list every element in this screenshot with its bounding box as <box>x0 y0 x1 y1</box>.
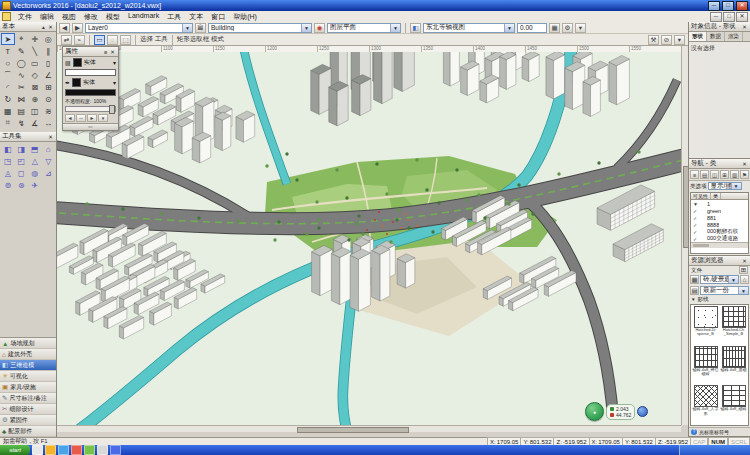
project-tool[interactable]: ✈ <box>28 179 42 191</box>
resource-browser-header[interactable]: 资源浏览器 ✕ <box>689 256 750 266</box>
no-fill-icon[interactable]: ⊘ <box>661 35 672 45</box>
toolset-furniture[interactable]: ▣ 家具/设施 <box>0 382 56 393</box>
round-wall-tool[interactable]: ◨ <box>15 143 29 155</box>
minimize-button[interactable]: ─ <box>708 1 720 11</box>
menu-item[interactable]: 帮助(H) <box>229 12 261 22</box>
toolset-palette-header[interactable]: 工具集 ✕ <box>0 132 56 142</box>
angle-tool[interactable]: ∡ <box>28 117 42 129</box>
tile-tool[interactable]: ⌗ <box>1 117 15 129</box>
circle-tool[interactable]: ○ <box>1 57 15 69</box>
snap-cursor-tool[interactable]: ⌖ <box>15 33 29 45</box>
menu-item[interactable]: 编辑 <box>36 12 58 22</box>
basic-palette-header[interactable]: 基本 ▴ ✕ <box>0 22 56 32</box>
interactive-scale-icon[interactable]: ⇄ <box>61 35 72 45</box>
visibility-mark[interactable]: ✓ <box>691 215 707 221</box>
hatch-item[interactable]: Hatched-Di sperse_B <box>692 306 719 345</box>
hatch-item[interactable]: Hatched-Ch _Simple_B <box>720 306 747 345</box>
toolset-3d-modeling[interactable]: ◧ 三维造模 <box>0 360 56 371</box>
visibility-mark[interactable]: ✓ <box>691 229 707 235</box>
nurbs-tool[interactable]: ◻ <box>15 167 29 179</box>
fill-color-chip[interactable] <box>73 58 82 67</box>
hatch-tool[interactable]: ▦ <box>1 105 15 117</box>
lasso-mode-icon[interactable]: ◌ <box>107 35 118 45</box>
chevron-down-icon[interactable]: ▼ <box>301 24 311 32</box>
attributes-palette-header[interactable]: 属性 ≡ ✕ <box>63 47 118 57</box>
toolset-entourage[interactable]: ♣ 配景部件 <box>0 426 56 437</box>
line-end-marker-button[interactable]: ► <box>87 114 97 122</box>
loft-tool[interactable]: △ <box>28 155 42 167</box>
object-info-header[interactable]: 对象信息 - 形状 ✕ <box>689 22 750 32</box>
grid-tool[interactable]: ⊞ <box>42 81 56 93</box>
shell-tool[interactable]: ▽ <box>42 155 56 167</box>
chevron-down-icon[interactable]: ▼ <box>504 24 514 32</box>
column-tool[interactable]: ◫ <box>28 105 42 117</box>
slider-knob[interactable] <box>109 105 115 114</box>
pan-tool[interactable]: ✛ <box>28 33 42 45</box>
opacity-slider[interactable] <box>65 106 116 112</box>
doc-restore-button[interactable]: □ <box>723 12 735 22</box>
line-start-marker-button[interactable]: ◄ <box>65 114 75 122</box>
back-arrow-icon[interactable]: ◀ <box>59 23 70 33</box>
view-plane-combo[interactable]: 图层平面▼ <box>327 23 401 33</box>
slab-tool[interactable]: ⬒ <box>28 143 42 155</box>
pen-style-value[interactable]: 实体 <box>83 78 95 87</box>
class-combo[interactable]: Building▼ <box>208 23 312 33</box>
menu-item[interactable]: Landmark <box>124 12 163 22</box>
pen-color-bar[interactable] <box>65 89 116 96</box>
sheets-icon[interactable]: ◫ <box>710 170 719 179</box>
close-icon[interactable]: ✕ <box>47 134 54 140</box>
menu-item[interactable]: 文本 <box>185 12 207 22</box>
rounded-rectangle-tool[interactable]: ▯ <box>42 57 56 69</box>
vertical-scrollbar[interactable] <box>681 46 688 425</box>
object-info-tab[interactable]: 渲染 <box>725 32 743 41</box>
fill-color-bar[interactable] <box>65 69 116 76</box>
doc-close-button[interactable]: ✕ <box>736 12 748 22</box>
chevron-down-icon[interactable]: ▼ <box>390 24 400 32</box>
hatch-swatch[interactable] <box>722 385 746 407</box>
classes-icon[interactable]: ▤ <box>700 170 709 179</box>
wave-tool[interactable]: ≋ <box>42 105 56 117</box>
menu-item[interactable]: 视图 <box>58 12 80 22</box>
class-column-header[interactable]: 类 <box>711 193 721 199</box>
browse-icon[interactable]: ⊞ <box>739 266 748 274</box>
chevron-down-icon[interactable]: ▾ <box>113 79 116 86</box>
close-icon[interactable]: ✕ <box>741 161 748 167</box>
resource-file-combo[interactable]: 砖,硬景观道路纹饰▼ <box>700 275 739 284</box>
rectangle-tool[interactable]: ▭ <box>28 57 42 69</box>
toolset-detailing[interactable]: ✂ 细部设计 <box>0 404 56 415</box>
wrench-icon[interactable]: ⚒ <box>648 35 659 45</box>
menu-item[interactable]: 文件 <box>14 12 36 22</box>
roof-tool[interactable]: ⌂ <box>42 143 56 155</box>
zoom-tool[interactable]: ◎ <box>42 33 56 45</box>
arc-tool[interactable]: ⌒ <box>1 69 15 81</box>
gear-icon[interactable]: ⚙ <box>562 23 573 33</box>
class-row[interactable]: ✓ 881 <box>691 214 748 221</box>
toolset-site-planning[interactable]: ▲ 场地规划 <box>0 338 56 349</box>
menu-item[interactable]: 模型 <box>102 12 124 22</box>
hatch-swatch[interactable] <box>694 306 718 328</box>
close-button[interactable]: ✕ <box>736 1 748 11</box>
line-style-button[interactable]: ─ <box>76 114 86 122</box>
visibility-mark[interactable]: ✓ <box>691 236 707 242</box>
taskbar-app-icon[interactable] <box>58 445 69 455</box>
pen-color-chip[interactable] <box>72 78 81 87</box>
render-mode-icon[interactable]: ▦ <box>549 23 560 33</box>
navigation-header[interactable]: 导航 - 类 ✕ <box>689 159 750 169</box>
cube-view-icon[interactable]: ◧ <box>410 23 421 33</box>
home-icon[interactable]: ⌂ <box>740 275 749 284</box>
close-icon[interactable]: ✕ <box>109 49 116 55</box>
oval-tool[interactable]: ◯ <box>15 57 29 69</box>
forward-arrow-icon[interactable]: ▶ <box>72 23 83 33</box>
close-icon[interactable]: ✕ <box>741 258 748 264</box>
doc-minimize-button[interactable]: ─ <box>710 12 722 22</box>
line-tool[interactable]: ╲ <box>28 45 42 57</box>
rotate-tool[interactable]: ↻ <box>1 93 15 105</box>
class-options-combo[interactable]: 显示/捕捉/修改▼ <box>708 182 742 190</box>
menu-icon[interactable]: ≡ <box>102 49 109 55</box>
hatch-item[interactable]: 铺砖-4x8_人字形 <box>692 385 719 424</box>
fill-style-value[interactable]: 实体 <box>84 58 96 67</box>
close-icon[interactable]: ✕ <box>47 24 54 30</box>
close-icon[interactable]: ✕ <box>741 24 748 30</box>
layer-combo[interactable]: Layer0▼ <box>85 23 193 33</box>
text-tool[interactable]: T <box>1 45 15 57</box>
